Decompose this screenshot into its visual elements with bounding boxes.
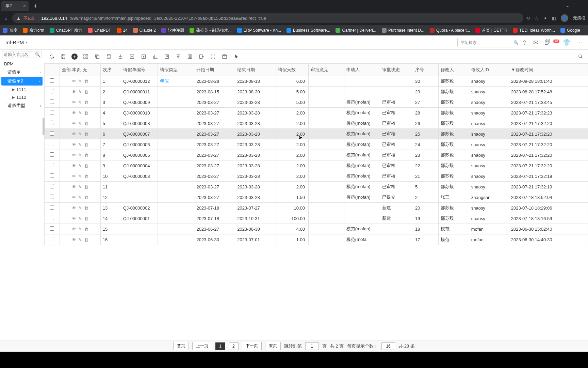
chevron-down-icon[interactable]: ⌄ [566, 3, 570, 8]
more-icon[interactable]: ⋯ [576, 39, 583, 46]
search-icon[interactable] [577, 53, 584, 60]
view-icon[interactable]: 👁 [72, 142, 76, 147]
view-icon[interactable]: 👁 [72, 216, 76, 221]
refresh-icon[interactable] [48, 53, 55, 60]
tree-node-1112[interactable]: ▶1112 [0, 93, 44, 101]
print-icon[interactable] [105, 53, 112, 60]
table-row[interactable]: 👁 ✎ 🗑 16 2023-06-30 2023-07-01 1.00 模范(m… [45, 234, 588, 245]
row-checkbox[interactable] [50, 173, 54, 178]
mail-icon[interactable]: ✉ [533, 39, 538, 46]
row-checkbox[interactable] [50, 121, 54, 125]
col-modifier[interactable]: 修改人 [438, 64, 469, 76]
view-icon[interactable]: 👁 [72, 89, 76, 94]
view-icon[interactable]: 👁 [72, 100, 76, 105]
edit-icon[interactable]: ✎ [78, 184, 82, 189]
col-seq[interactable]: 次序 [100, 64, 121, 76]
edit-icon[interactable]: ✎ [78, 237, 82, 242]
view-icon[interactable]: 👁 [72, 163, 76, 168]
edit-icon[interactable]: ✎ [78, 142, 82, 147]
edit-icon[interactable]: ✎ [78, 121, 82, 126]
row-checkbox[interactable] [50, 99, 54, 104]
bookmark-item[interactable]: Google [560, 28, 580, 33]
app-title-dropdown[interactable]: mf-BPM ▾ [5, 40, 28, 45]
delete-icon[interactable]: 🗑 [84, 89, 88, 94]
col-num[interactable]: 序号 [413, 64, 439, 76]
bookmark-item[interactable]: Purchase Intent D... [382, 28, 424, 33]
edit-icon[interactable]: ✎ [78, 163, 82, 168]
tree-node-leave[interactable]: 请假单› [0, 68, 44, 77]
delete-icon[interactable]: 🗑 [84, 100, 88, 105]
row-checkbox[interactable] [50, 216, 54, 220]
bookmark-item[interactable]: Claude 2 [133, 28, 156, 33]
bookmark-item[interactable]: 首页 | GETTR [475, 28, 507, 33]
delete-icon[interactable]: 🗑 [84, 132, 88, 137]
edit-icon[interactable]: ✎ [78, 227, 82, 232]
edit-icon[interactable]: ✎ [78, 153, 82, 158]
archive-icon[interactable] [221, 53, 228, 60]
view-icon[interactable]: 👁 [72, 79, 76, 84]
bookmark-item[interactable]: Gartner | Deliveri... [336, 28, 376, 33]
edit-icon[interactable]: ✎ [78, 205, 82, 211]
leave-type-link[interactable]: 年假 [160, 78, 169, 83]
bookmark-item[interactable]: 魔方crm [23, 28, 44, 33]
bookmark-item[interactable]: 软件评测 [161, 28, 184, 33]
table-container[interactable]: 全部-本页-无 次序 请假单编号 请假类型 开始日期 结束日期 请假天数 审批意… [44, 63, 588, 340]
table-row[interactable]: 👁 ✎ 🗑 12 2023-03-27 2023-03-28 1.50 模范(m… [45, 192, 588, 203]
translate-icon[interactable]: ⟲ [526, 16, 530, 21]
bookmark-item[interactable]: Quora - A place t... [430, 28, 470, 33]
delete-icon[interactable]: 🗑 [84, 237, 88, 242]
table-row[interactable]: 👁 ✎ 🗑 2 QJ-00000011 2023-08-15 2023-08-3… [45, 87, 588, 97]
row-checkbox[interactable] [50, 152, 54, 157]
minimize-icon[interactable]: — [578, 3, 583, 8]
table-row[interactable]: 👁 ✎ 🗑 5 QJ-00000008 2023-03-27 2023-03-2… [45, 118, 588, 129]
delete-icon[interactable]: 🗑 [84, 205, 88, 211]
delete-icon[interactable]: 🗑 [84, 110, 88, 116]
row-checkbox[interactable] [50, 131, 54, 136]
col-end[interactable]: 结束日期 [235, 64, 276, 76]
bookmark-item[interactable]: Business Software... [287, 28, 330, 33]
row-checkbox[interactable] [50, 184, 54, 188]
edit-icon[interactable]: ✎ [78, 110, 82, 116]
col-applicant[interactable]: 申请人 [344, 64, 380, 76]
bookmark-item[interactable]: ChatPDF [88, 28, 111, 33]
view-icon[interactable]: 👁 [72, 237, 76, 242]
bookmark-item[interactable]: ERP Software - Kn... [237, 28, 281, 33]
star-icon[interactable]: ✦ [543, 16, 547, 21]
space-search-input[interactable] [460, 40, 511, 45]
tree-node-bpm[interactable]: BPM [0, 60, 44, 68]
search-icon[interactable]: 🔍 [513, 40, 519, 45]
delete-icon[interactable]: 🗑 [84, 79, 88, 84]
col-modtime[interactable]: ▼修改时间 [509, 64, 588, 76]
table-row[interactable]: 👁 ✎ 🗑 8 QJ-00000005 2023-03-27 2023-03-2… [45, 150, 588, 160]
bookmark-item[interactable]: ChatGPT 魔方 [50, 28, 82, 33]
bookmark-star-icon[interactable]: ☆ [535, 16, 539, 21]
notification-icon[interactable]: 🗐28 [544, 39, 557, 46]
close-tab-icon[interactable]: × [23, 3, 26, 9]
url-input[interactable]: ▲ 不安全 | 192.168.0.14:999/magicflu/html/f… [12, 13, 523, 23]
jump-input[interactable] [305, 342, 319, 350]
delete-icon[interactable]: 🗑 [84, 163, 88, 168]
edit-icon[interactable]: ✎ [78, 100, 82, 105]
col-id[interactable]: 请假单编号 [121, 64, 158, 76]
row-checkbox[interactable] [50, 205, 54, 210]
sidebar-search[interactable]: 🔍 [2, 51, 42, 58]
col-select-all[interactable]: 全部-本页-无 [60, 64, 100, 76]
view-icon[interactable]: 👁 [72, 121, 76, 126]
next-page-button[interactable]: 下一页 [242, 342, 262, 350]
row-checkbox[interactable] [50, 237, 54, 241]
first-page-button[interactable]: 首页 [173, 342, 189, 350]
delete-icon[interactable]: 🗑 [84, 174, 88, 179]
row-checkbox[interactable] [50, 89, 54, 93]
tree-node-1111[interactable]: ▶1111 [0, 86, 44, 93]
delete-icon[interactable]: 🗑 [84, 153, 88, 158]
sidebar-drag-handle[interactable] [43, 118, 45, 135]
row-checkbox[interactable] [50, 78, 54, 83]
delete-icon[interactable]: 🗑 [84, 121, 88, 126]
settings-icon[interactable] [186, 53, 193, 60]
view-icon[interactable]: 👁 [72, 174, 76, 179]
search-icon[interactable]: 🔍 [35, 52, 40, 57]
row-checkbox[interactable] [50, 163, 54, 167]
save-icon[interactable] [60, 53, 67, 60]
col-days[interactable]: 请假天数 [276, 64, 309, 76]
col-modifier-id[interactable]: 修改人ID [469, 64, 509, 76]
